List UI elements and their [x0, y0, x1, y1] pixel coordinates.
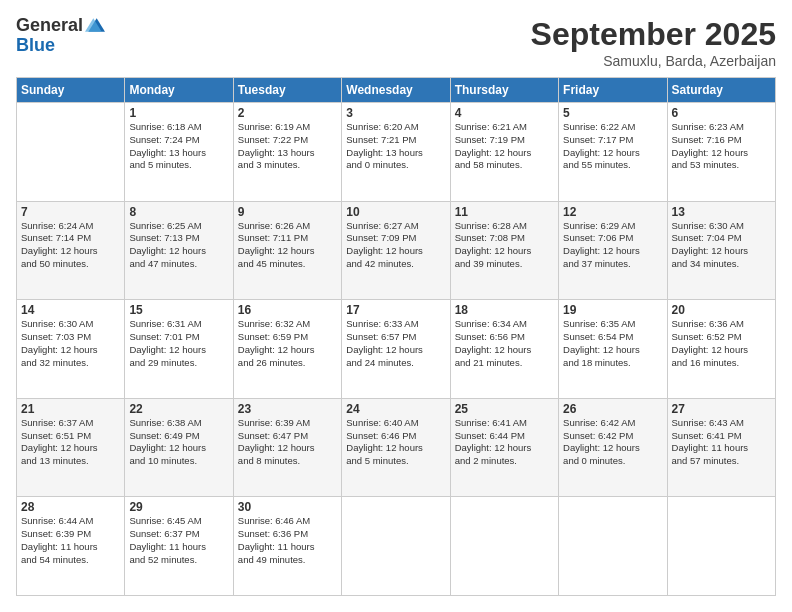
weekday-header-thursday: Thursday — [450, 78, 558, 103]
day-number: 16 — [238, 303, 337, 317]
day-number: 14 — [21, 303, 120, 317]
day-cell: 23Sunrise: 6:39 AM Sunset: 6:47 PM Dayli… — [233, 398, 341, 497]
week-row-3: 14Sunrise: 6:30 AM Sunset: 7:03 PM Dayli… — [17, 300, 776, 399]
day-number: 20 — [672, 303, 771, 317]
day-cell: 16Sunrise: 6:32 AM Sunset: 6:59 PM Dayli… — [233, 300, 341, 399]
weekday-header-row: SundayMondayTuesdayWednesdayThursdayFrid… — [17, 78, 776, 103]
logo-icon — [85, 15, 105, 35]
page: General Blue September 2025 Samuxlu, Bar… — [0, 0, 792, 612]
day-info: Sunrise: 6:44 AM Sunset: 6:39 PM Dayligh… — [21, 515, 120, 566]
title-block: September 2025 Samuxlu, Barda, Azerbaija… — [531, 16, 776, 69]
weekday-header-wednesday: Wednesday — [342, 78, 450, 103]
day-info: Sunrise: 6:37 AM Sunset: 6:51 PM Dayligh… — [21, 417, 120, 468]
weekday-header-sunday: Sunday — [17, 78, 125, 103]
day-cell — [17, 103, 125, 202]
day-cell: 24Sunrise: 6:40 AM Sunset: 6:46 PM Dayli… — [342, 398, 450, 497]
day-cell: 26Sunrise: 6:42 AM Sunset: 6:42 PM Dayli… — [559, 398, 667, 497]
day-cell: 12Sunrise: 6:29 AM Sunset: 7:06 PM Dayli… — [559, 201, 667, 300]
logo: General Blue — [16, 16, 105, 56]
day-cell: 8Sunrise: 6:25 AM Sunset: 7:13 PM Daylig… — [125, 201, 233, 300]
day-info: Sunrise: 6:26 AM Sunset: 7:11 PM Dayligh… — [238, 220, 337, 271]
day-number: 7 — [21, 205, 120, 219]
weekday-header-monday: Monday — [125, 78, 233, 103]
day-number: 8 — [129, 205, 228, 219]
location: Samuxlu, Barda, Azerbaijan — [531, 53, 776, 69]
day-info: Sunrise: 6:34 AM Sunset: 6:56 PM Dayligh… — [455, 318, 554, 369]
day-cell: 14Sunrise: 6:30 AM Sunset: 7:03 PM Dayli… — [17, 300, 125, 399]
day-number: 6 — [672, 106, 771, 120]
day-number: 27 — [672, 402, 771, 416]
day-cell: 19Sunrise: 6:35 AM Sunset: 6:54 PM Dayli… — [559, 300, 667, 399]
day-number: 11 — [455, 205, 554, 219]
day-cell: 4Sunrise: 6:21 AM Sunset: 7:19 PM Daylig… — [450, 103, 558, 202]
day-info: Sunrise: 6:23 AM Sunset: 7:16 PM Dayligh… — [672, 121, 771, 172]
day-info: Sunrise: 6:38 AM Sunset: 6:49 PM Dayligh… — [129, 417, 228, 468]
day-info: Sunrise: 6:25 AM Sunset: 7:13 PM Dayligh… — [129, 220, 228, 271]
logo-text: General Blue — [16, 16, 105, 56]
day-number: 1 — [129, 106, 228, 120]
day-info: Sunrise: 6:24 AM Sunset: 7:14 PM Dayligh… — [21, 220, 120, 271]
day-cell: 28Sunrise: 6:44 AM Sunset: 6:39 PM Dayli… — [17, 497, 125, 596]
day-info: Sunrise: 6:36 AM Sunset: 6:52 PM Dayligh… — [672, 318, 771, 369]
week-row-4: 21Sunrise: 6:37 AM Sunset: 6:51 PM Dayli… — [17, 398, 776, 497]
day-info: Sunrise: 6:40 AM Sunset: 6:46 PM Dayligh… — [346, 417, 445, 468]
day-cell — [667, 497, 775, 596]
day-info: Sunrise: 6:21 AM Sunset: 7:19 PM Dayligh… — [455, 121, 554, 172]
day-info: Sunrise: 6:22 AM Sunset: 7:17 PM Dayligh… — [563, 121, 662, 172]
week-row-2: 7Sunrise: 6:24 AM Sunset: 7:14 PM Daylig… — [17, 201, 776, 300]
logo-blue: Blue — [16, 36, 105, 56]
day-cell: 20Sunrise: 6:36 AM Sunset: 6:52 PM Dayli… — [667, 300, 775, 399]
day-number: 18 — [455, 303, 554, 317]
day-info: Sunrise: 6:18 AM Sunset: 7:24 PM Dayligh… — [129, 121, 228, 172]
day-number: 23 — [238, 402, 337, 416]
day-number: 17 — [346, 303, 445, 317]
day-number: 3 — [346, 106, 445, 120]
weekday-header-saturday: Saturday — [667, 78, 775, 103]
day-number: 2 — [238, 106, 337, 120]
day-number: 25 — [455, 402, 554, 416]
day-number: 13 — [672, 205, 771, 219]
day-number: 4 — [455, 106, 554, 120]
day-info: Sunrise: 6:39 AM Sunset: 6:47 PM Dayligh… — [238, 417, 337, 468]
day-cell — [342, 497, 450, 596]
day-info: Sunrise: 6:35 AM Sunset: 6:54 PM Dayligh… — [563, 318, 662, 369]
day-cell: 1Sunrise: 6:18 AM Sunset: 7:24 PM Daylig… — [125, 103, 233, 202]
day-number: 26 — [563, 402, 662, 416]
day-number: 9 — [238, 205, 337, 219]
day-number: 24 — [346, 402, 445, 416]
day-number: 10 — [346, 205, 445, 219]
day-cell: 30Sunrise: 6:46 AM Sunset: 6:36 PM Dayli… — [233, 497, 341, 596]
day-cell: 29Sunrise: 6:45 AM Sunset: 6:37 PM Dayli… — [125, 497, 233, 596]
day-info: Sunrise: 6:30 AM Sunset: 7:04 PM Dayligh… — [672, 220, 771, 271]
day-cell: 9Sunrise: 6:26 AM Sunset: 7:11 PM Daylig… — [233, 201, 341, 300]
day-number: 15 — [129, 303, 228, 317]
day-info: Sunrise: 6:20 AM Sunset: 7:21 PM Dayligh… — [346, 121, 445, 172]
weekday-header-tuesday: Tuesday — [233, 78, 341, 103]
day-cell: 7Sunrise: 6:24 AM Sunset: 7:14 PM Daylig… — [17, 201, 125, 300]
day-number: 21 — [21, 402, 120, 416]
day-cell: 17Sunrise: 6:33 AM Sunset: 6:57 PM Dayli… — [342, 300, 450, 399]
day-cell: 21Sunrise: 6:37 AM Sunset: 6:51 PM Dayli… — [17, 398, 125, 497]
day-cell: 10Sunrise: 6:27 AM Sunset: 7:09 PM Dayli… — [342, 201, 450, 300]
day-info: Sunrise: 6:33 AM Sunset: 6:57 PM Dayligh… — [346, 318, 445, 369]
day-info: Sunrise: 6:28 AM Sunset: 7:08 PM Dayligh… — [455, 220, 554, 271]
day-cell: 22Sunrise: 6:38 AM Sunset: 6:49 PM Dayli… — [125, 398, 233, 497]
week-row-1: 1Sunrise: 6:18 AM Sunset: 7:24 PM Daylig… — [17, 103, 776, 202]
day-number: 12 — [563, 205, 662, 219]
day-info: Sunrise: 6:27 AM Sunset: 7:09 PM Dayligh… — [346, 220, 445, 271]
day-info: Sunrise: 6:46 AM Sunset: 6:36 PM Dayligh… — [238, 515, 337, 566]
logo-general: General — [16, 16, 83, 36]
day-number: 5 — [563, 106, 662, 120]
day-cell: 18Sunrise: 6:34 AM Sunset: 6:56 PM Dayli… — [450, 300, 558, 399]
day-cell — [450, 497, 558, 596]
day-cell: 27Sunrise: 6:43 AM Sunset: 6:41 PM Dayli… — [667, 398, 775, 497]
day-info: Sunrise: 6:30 AM Sunset: 7:03 PM Dayligh… — [21, 318, 120, 369]
day-cell: 13Sunrise: 6:30 AM Sunset: 7:04 PM Dayli… — [667, 201, 775, 300]
day-info: Sunrise: 6:32 AM Sunset: 6:59 PM Dayligh… — [238, 318, 337, 369]
day-info: Sunrise: 6:19 AM Sunset: 7:22 PM Dayligh… — [238, 121, 337, 172]
day-number: 29 — [129, 500, 228, 514]
day-info: Sunrise: 6:43 AM Sunset: 6:41 PM Dayligh… — [672, 417, 771, 468]
day-number: 19 — [563, 303, 662, 317]
day-info: Sunrise: 6:31 AM Sunset: 7:01 PM Dayligh… — [129, 318, 228, 369]
day-number: 22 — [129, 402, 228, 416]
